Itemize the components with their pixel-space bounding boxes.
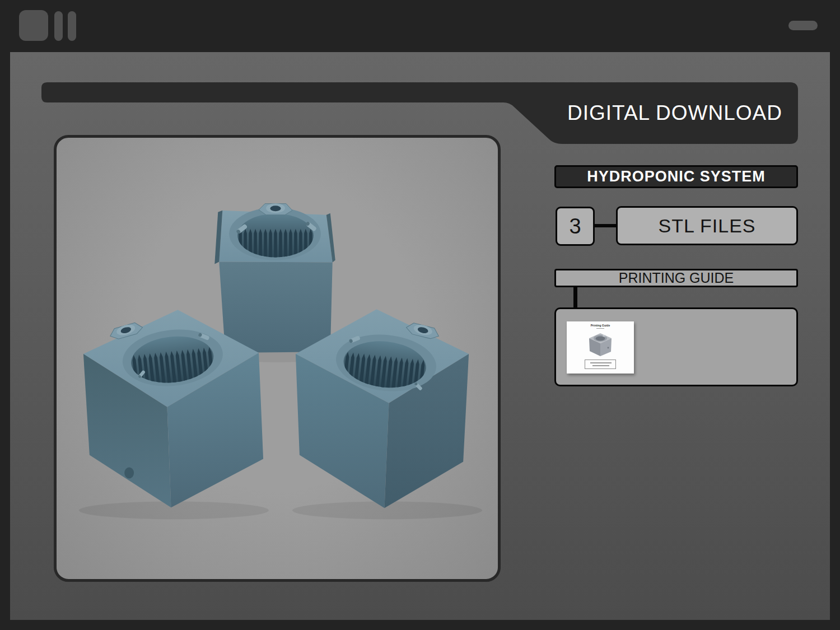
connector-line-horizontal	[595, 224, 617, 227]
printing-guide-bar: PRINTING GUIDE	[554, 269, 798, 287]
file-count-box: 3	[556, 207, 595, 246]
app-square-icon[interactable]	[19, 10, 48, 41]
caption-text-line	[592, 365, 609, 366]
app-bar-icon[interactable]	[54, 11, 63, 41]
app-bar-icon[interactable]	[68, 11, 76, 41]
guide-thumbnail-title: Printing Guide	[567, 324, 634, 327]
page: { "topbar": { "icons": ["app-square-icon…	[0, 0, 840, 630]
stl-files-box: STL FILES	[616, 206, 798, 245]
product-title-bar: HYDROPONIC SYSTEM	[554, 165, 798, 188]
guide-thumbnail-cube-image	[586, 331, 615, 358]
product-render-image	[54, 135, 501, 582]
guide-thumbnail: Printing Guide	[567, 321, 634, 374]
page-title: DIGITAL DOWNLOAD	[552, 82, 798, 144]
minimize-pill-icon[interactable]	[788, 21, 818, 30]
caption-text-line	[590, 362, 612, 363]
guide-thumbnail-subtitle-line	[596, 328, 604, 329]
connector-line-vertical	[573, 287, 577, 309]
planter-cube-back	[214, 203, 335, 353]
guide-thumbnail-caption-box	[585, 360, 616, 369]
drain-hole	[124, 468, 134, 479]
planters-render	[57, 138, 498, 579]
